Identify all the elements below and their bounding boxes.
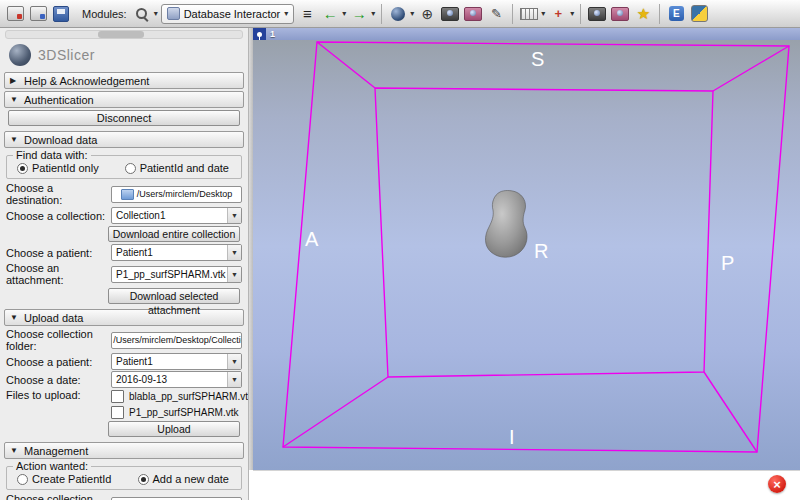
radio-add-new-date[interactable]: Add a new date	[138, 473, 229, 485]
extensions-manager-icon[interactable]: E	[666, 4, 686, 24]
slicer-logo-text: 3DSlicer	[38, 47, 95, 63]
toolbar-separator	[512, 4, 513, 24]
upload-patient-combobox[interactable]: Patient1 ▼	[111, 353, 242, 370]
management-body: Action wanted: Create PatientId Add a ne…	[3, 466, 245, 500]
scrollbar-thumb[interactable]	[98, 31, 144, 38]
markups-icon[interactable]: +	[548, 4, 568, 24]
patient-label: Choose a patient:	[6, 247, 107, 259]
mouse-interaction-icon[interactable]: ✎	[486, 4, 506, 24]
radio-icon	[17, 163, 28, 174]
section-label: Management	[24, 445, 88, 457]
view-pin-button[interactable]	[253, 28, 266, 40]
management-folder-field[interactable]: /Users/mirclem/Desktop/Collection1	[111, 497, 242, 500]
download-attachment-button[interactable]: Download selected attachment	[108, 288, 240, 304]
collection-label: Choose a collection:	[6, 210, 107, 222]
module-history-forward-icon[interactable]: →	[349, 4, 369, 24]
find-data-groupbox: Find data with: PatientId only PatientId…	[6, 155, 242, 179]
file-checkbox-row[interactable]: blabla_pp_surfSPHARM.vtk	[111, 390, 249, 403]
module-search-icon[interactable]	[132, 4, 152, 24]
upload-button[interactable]: Upload	[108, 421, 240, 437]
ruler-caret-icon[interactable]: ▾	[541, 9, 545, 18]
module-selector-value: Database Interactor	[184, 8, 281, 20]
group-title: Action wanted:	[13, 460, 91, 472]
file-name: blabla_pp_surfSPHARM.vtk	[129, 391, 249, 402]
crosshair-icon[interactable]: ⊕	[417, 4, 437, 24]
module-selector[interactable]: Database Interactor ▾	[161, 4, 295, 24]
threed-view: 1	[253, 28, 800, 470]
model-mesh	[485, 191, 527, 258]
toolbar-separator	[580, 4, 581, 24]
chevron-down-icon: ▼	[227, 267, 241, 282]
radio-icon	[125, 163, 136, 174]
load-data-icon[interactable]	[28, 4, 48, 24]
radio-create-patientid[interactable]: Create PatientId	[17, 473, 112, 485]
file-checkbox-row[interactable]: P1_pp_surfSPHARM.vtk	[111, 406, 249, 419]
download-collection-button[interactable]: Download entire collection	[108, 226, 240, 242]
history-forward-caret-icon[interactable]: ▾	[371, 9, 375, 18]
upload-data-body: Choose collection folder: /Users/mirclem…	[3, 328, 245, 441]
close-error-button[interactable]: ×	[768, 475, 786, 493]
screenshot-icon[interactable]	[440, 4, 460, 24]
patient-value: Patient1	[112, 247, 227, 258]
view-label: 1	[270, 29, 275, 39]
chevron-down-icon: ▼	[227, 245, 241, 260]
file-name: P1_pp_surfSPHARM.vtk	[129, 407, 239, 418]
chevron-down-icon: ▼	[227, 354, 241, 369]
destination-path-field[interactable]: /Users/mirclem/Desktop	[111, 186, 242, 203]
layout-caret-icon[interactable]: ▾	[410, 9, 414, 18]
section-label: Download data	[24, 134, 97, 146]
panel-horizontal-scrollbar[interactable]	[5, 30, 243, 39]
section-help-acknowledgement[interactable]: ▶ Help & Acknowledgement	[4, 72, 244, 89]
load-dicom-icon[interactable]	[5, 4, 25, 24]
toolbar-separator	[381, 4, 382, 24]
download-data-body: Find data with: PatientId only PatientId…	[3, 155, 245, 308]
collapse-arrow-icon: ▼	[10, 135, 19, 144]
layout-selector-icon[interactable]	[388, 4, 408, 24]
markups-caret-icon[interactable]: ▾	[570, 9, 574, 18]
collapse-arrow-icon: ▼	[10, 95, 19, 104]
attachment-value: P1_pp_surfSPHARM.vtk	[112, 269, 227, 280]
radio-patientid-and-date[interactable]: PatientId and date	[125, 162, 229, 174]
chevron-down-icon: ▾	[284, 9, 288, 18]
disconnect-button[interactable]: Disconnect	[8, 110, 240, 126]
radio-label: PatientId and date	[140, 162, 229, 174]
save-scene-icon[interactable]	[51, 4, 71, 24]
download-patient-combobox[interactable]: Patient1 ▼	[111, 244, 242, 261]
radio-label: Add a new date	[153, 473, 229, 485]
module-search-caret-icon[interactable]: ▾	[154, 9, 158, 18]
module-history-back-icon[interactable]: ←	[320, 4, 340, 24]
python-console-icon[interactable]	[689, 4, 709, 24]
radio-patientid-only[interactable]: PatientId only	[17, 162, 99, 174]
module-list-icon[interactable]: ≡	[297, 4, 317, 24]
collapse-arrow-icon: ▼	[10, 446, 19, 455]
modules-label: Modules:	[82, 8, 127, 20]
slicer-logo-icon	[9, 44, 31, 66]
axis-label-superior: S	[531, 48, 544, 71]
threed-canvas[interactable]: S A R P I	[253, 40, 800, 470]
main-toolbar: Modules: ▾ Database Interactor ▾ ≡ ← ▾ →…	[0, 0, 800, 28]
attachment-combobox[interactable]: P1_pp_surfSPHARM.vtk ▼	[111, 266, 242, 283]
extensions-install-icon[interactable]: ★	[633, 4, 653, 24]
section-authentication[interactable]: ▼ Authentication	[4, 91, 244, 108]
section-upload-data[interactable]: ▼ Upload data	[4, 309, 244, 326]
slicer-logo: 3DSlicer	[3, 41, 245, 71]
group-title: Find data with:	[13, 149, 91, 161]
ruler-icon[interactable]	[519, 4, 539, 24]
restore-view-icon[interactable]	[610, 4, 630, 24]
folder-icon	[121, 189, 134, 200]
section-management[interactable]: ▼ Management	[4, 442, 244, 459]
radio-label: Create PatientId	[32, 473, 112, 485]
authentication-body: Disconnect	[3, 110, 245, 130]
upload-date-combobox[interactable]: 2016-09-13 ▼	[111, 371, 242, 388]
history-back-caret-icon[interactable]: ▾	[342, 9, 346, 18]
scene-view-icon[interactable]	[463, 4, 483, 24]
capture-view-icon[interactable]	[587, 4, 607, 24]
attachment-label: Choose an attachment:	[6, 262, 107, 286]
axis-label-posterior: P	[721, 252, 734, 275]
collapse-arrow-icon: ▼	[10, 313, 19, 322]
threed-view-controller-bar[interactable]: 1	[253, 28, 800, 40]
files-to-upload-label: Files to upload:	[6, 389, 107, 401]
upload-folder-field[interactable]: /Users/mirclem/Desktop/Collection1	[111, 332, 242, 349]
section-download-data[interactable]: ▼ Download data	[4, 131, 244, 148]
collection-combobox[interactable]: Collection1 ▼	[111, 207, 242, 224]
